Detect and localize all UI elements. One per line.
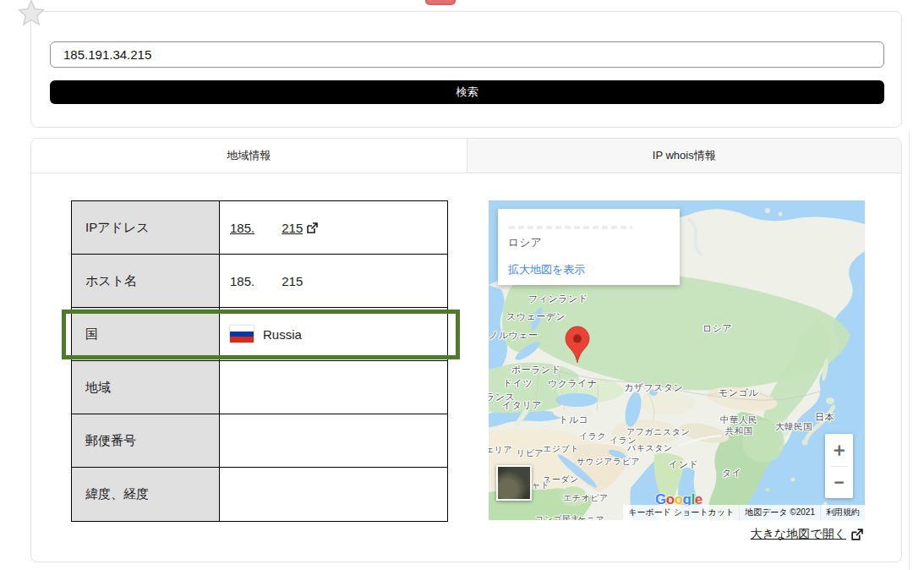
map-country-label: ウクライナ xyxy=(548,378,598,390)
map-country-label: トルコ xyxy=(559,414,588,426)
row-value: Russia xyxy=(220,308,447,360)
open-larger-map-link[interactable]: 大きな地図で開く xyxy=(751,527,863,542)
map-country-label: ャド xyxy=(532,480,549,491)
host-suffix: 215 xyxy=(282,274,303,288)
map-country-label: 日本 xyxy=(815,412,834,424)
page-edge-divider xyxy=(909,131,910,570)
map-country-label: ドイツ xyxy=(503,378,533,390)
table-row: ホスト名 185. 215 xyxy=(72,255,447,308)
map-country-label: ノルウェー xyxy=(489,330,539,342)
map-country-label: ロシア xyxy=(703,323,732,335)
redacted-text-line xyxy=(509,226,632,229)
result-card: 地域情報 IP whois情報 IPアドレス 185. 215 ホスト名 185… xyxy=(30,138,902,562)
tab-region-info[interactable]: 地域情報 xyxy=(31,139,467,173)
map-country-label: ケニア xyxy=(577,515,604,520)
tab-ip-whois[interactable]: IP whois情報 xyxy=(467,139,902,173)
external-link-icon xyxy=(306,222,318,234)
russia-flag-icon xyxy=(230,326,254,343)
map-country-label: エジプト xyxy=(543,444,579,455)
map-country-label: サウジアラビア xyxy=(577,457,640,468)
host-prefix: 185. xyxy=(230,274,254,288)
row-value xyxy=(220,414,447,467)
star-icon xyxy=(17,0,46,27)
map-country-label: 大韓民国 xyxy=(775,421,812,432)
map-info-card: ロシア 拡大地図を表示 xyxy=(498,209,680,285)
map-country-label: イタリア xyxy=(502,400,542,412)
geo-info-table: IPアドレス 185. 215 ホスト名 185. 215 国 Russia 地… xyxy=(71,200,448,522)
row-value xyxy=(220,361,447,414)
map-zoom-control: ＋ － xyxy=(825,434,853,498)
search-card: 検索 xyxy=(30,11,902,128)
map-country-label: タイ xyxy=(722,468,742,480)
show-larger-map-link[interactable]: 拡大地図を表示 xyxy=(508,262,585,277)
map-country-label: イラク xyxy=(579,431,606,442)
map-pin-icon xyxy=(565,326,590,364)
top-red-button-partial[interactable] xyxy=(425,0,456,5)
map-country-label: リビア xyxy=(517,448,544,459)
table-row-country: 国 Russia xyxy=(72,308,447,361)
row-value: 185. 215 xyxy=(220,255,447,307)
ip-link-prefix[interactable]: 185. xyxy=(230,221,254,235)
map-country-label: 中華人民 共和国 xyxy=(720,414,757,436)
external-link-icon xyxy=(850,529,863,541)
zoom-out-button[interactable]: － xyxy=(825,467,853,499)
open-larger-map-label: 大きな地図で開く xyxy=(751,527,846,542)
tab-bar: 地域情報 IP whois情報 xyxy=(31,139,901,173)
table-row: 緯度、経度 xyxy=(72,468,447,521)
map-country-label: エチオピア xyxy=(563,493,609,504)
row-value: 185. 215 xyxy=(220,201,447,254)
map-country-label: カザフスタン xyxy=(624,382,684,394)
map-country-label: フィンランド xyxy=(528,293,588,305)
table-row: 地域 xyxy=(72,361,447,414)
terms-of-use-link[interactable]: 利用規約 xyxy=(820,505,865,520)
ip-link-suffix[interactable]: 215 xyxy=(282,221,318,235)
info-card-country: ロシア xyxy=(508,235,542,250)
row-label: 緯度、経度 xyxy=(72,468,220,521)
map-country-label: パキスタン xyxy=(627,443,673,454)
map-attribution-bar: キーボード ショートカット 地図データ ©2021 利用規約 xyxy=(622,505,865,520)
map-country-label: モンゴル xyxy=(719,387,758,399)
row-label: IPアドレス xyxy=(72,201,220,254)
map-country-label: ポーランド xyxy=(511,364,561,376)
row-label: 地域 xyxy=(72,361,220,414)
map-data-copyright: 地図データ ©2021 xyxy=(739,505,820,520)
zoom-in-button[interactable]: ＋ xyxy=(825,434,853,466)
google-map-canvas[interactable]: フィンランドスウェーデンノルウェーポーランドドイツランスイタリアウクライナトルコ… xyxy=(489,200,865,520)
map-country-label: コンゴ民主 xyxy=(535,514,580,520)
satellite-view-toggle[interactable] xyxy=(496,465,532,501)
map-country-label: ェリア xyxy=(489,445,512,456)
table-row: IPアドレス 185. 215 xyxy=(72,201,447,255)
row-value xyxy=(220,468,447,521)
row-label: ホスト名 xyxy=(72,255,220,307)
search-button[interactable]: 検索 xyxy=(50,80,884,104)
map-country-label: インド xyxy=(669,459,698,471)
map-country-label: スウェーデン xyxy=(506,311,566,323)
ip-search-input[interactable] xyxy=(50,41,884,68)
table-row: 郵便番号 xyxy=(72,414,447,468)
country-name: Russia xyxy=(263,327,302,342)
keyboard-shortcuts-link[interactable]: キーボード ショートカット xyxy=(622,505,739,520)
row-label: 郵便番号 xyxy=(72,414,220,467)
row-label: 国 xyxy=(72,308,220,360)
